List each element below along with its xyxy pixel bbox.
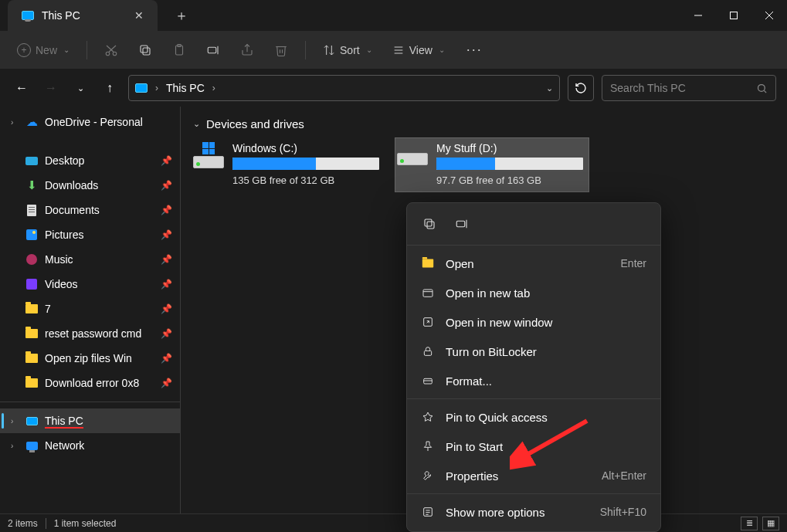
tab-close-button[interactable]: ✕ bbox=[134, 9, 144, 22]
ctx-bitlocker[interactable]: Turn on BitLocker bbox=[407, 337, 660, 366]
drive-d[interactable]: My Stuff (D:) 97.7 GB free of 163 GB bbox=[395, 138, 589, 191]
details-view-button[interactable]: ≣ bbox=[741, 517, 758, 530]
sidebar-item-label: Desktop bbox=[45, 154, 84, 167]
ctx-copy-button[interactable] bbox=[418, 212, 441, 236]
separator bbox=[407, 245, 660, 246]
copy-button[interactable] bbox=[131, 39, 160, 62]
menu-item-label: Turn on BitLocker bbox=[446, 345, 537, 358]
chevron-down-icon: ⌄ bbox=[366, 46, 372, 54]
sort-label: Sort bbox=[340, 44, 360, 56]
breadcrumb[interactable]: This PC bbox=[166, 82, 205, 94]
chevron-down-icon: ⌄ bbox=[63, 46, 70, 54]
more-icon bbox=[421, 505, 435, 519]
format-icon bbox=[421, 374, 435, 388]
lock-icon bbox=[421, 344, 435, 358]
sidebar-folder-7[interactable]: › 7 📌 bbox=[0, 296, 180, 321]
pin-icon: 📌 bbox=[161, 303, 172, 314]
sidebar-folder-open-zip[interactable]: › Open zip files Win 📌 bbox=[0, 346, 180, 371]
maximize-button[interactable] bbox=[716, 0, 751, 31]
ctx-open-new-tab[interactable]: Open in new tab bbox=[407, 278, 660, 307]
drive-free-text: 97.7 GB free of 163 GB bbox=[436, 175, 583, 186]
tab-title: This PC bbox=[42, 9, 80, 22]
svg-point-21 bbox=[758, 84, 765, 91]
forward-button[interactable]: → bbox=[40, 77, 62, 99]
close-window-button[interactable] bbox=[751, 0, 787, 31]
sidebar-documents[interactable]: › Documents 📌 bbox=[0, 198, 180, 222]
sidebar-folder-reset-password[interactable]: › reset password cmd 📌 bbox=[0, 321, 180, 346]
address-history-dropdown[interactable]: ⌄ bbox=[546, 83, 553, 93]
section-devices-and-drives[interactable]: ⌄ Devices and drives bbox=[193, 117, 776, 130]
ctx-open-new-window[interactable]: Open in new window bbox=[407, 307, 660, 337]
sidebar-item-label: Open zip files Win bbox=[45, 352, 132, 364]
desktop-icon bbox=[25, 157, 38, 165]
this-pc-icon bbox=[26, 417, 38, 425]
new-tab-button[interactable]: ＋ bbox=[167, 3, 196, 28]
menu-item-label: Open bbox=[446, 257, 474, 270]
sidebar-folder-download-error[interactable]: › Download error 0x8 📌 bbox=[0, 371, 180, 395]
paste-button[interactable] bbox=[165, 39, 194, 62]
minimize-button[interactable] bbox=[680, 0, 716, 31]
this-pc-icon bbox=[135, 83, 148, 93]
more-button[interactable]: ··· bbox=[457, 37, 492, 63]
menu-item-label: Pin to Start bbox=[446, 440, 503, 453]
ctx-format[interactable]: Format... bbox=[407, 366, 660, 395]
rename-button[interactable] bbox=[198, 39, 228, 62]
expand-icon[interactable]: › bbox=[11, 442, 19, 450]
ctx-properties[interactable]: Properties Alt+Enter bbox=[407, 461, 660, 490]
usage-bar bbox=[232, 158, 379, 170]
sidebar-this-pc[interactable]: › This PC bbox=[0, 408, 180, 433]
ctx-pin-quick-access[interactable]: Pin to Quick access bbox=[407, 402, 660, 432]
expand-icon[interactable]: › bbox=[11, 417, 19, 425]
delete-button[interactable] bbox=[266, 39, 296, 62]
view-button[interactable]: View ⌄ bbox=[385, 39, 453, 61]
ctx-open[interactable]: Open Enter bbox=[407, 249, 660, 278]
refresh-button[interactable] bbox=[568, 75, 594, 101]
window-icon bbox=[421, 315, 435, 329]
sidebar-pictures[interactable]: › Pictures 📌 bbox=[0, 222, 180, 247]
cut-button[interactable] bbox=[97, 39, 126, 62]
menu-item-label: Open in new window bbox=[446, 316, 552, 329]
address-bar[interactable]: › This PC › ⌄ bbox=[128, 75, 560, 101]
context-menu: Open Enter Open in new tab Open in new w… bbox=[406, 202, 661, 532]
music-icon bbox=[26, 254, 37, 265]
sidebar-music[interactable]: › Music 📌 bbox=[0, 247, 180, 272]
plus-icon: + bbox=[17, 43, 31, 57]
windows-logo-icon bbox=[202, 142, 215, 154]
expand-icon[interactable]: › bbox=[11, 118, 19, 127]
breadcrumb-separator: › bbox=[212, 83, 215, 93]
drive-c[interactable]: Windows (C:) 135 GB free of 312 GB bbox=[192, 138, 385, 191]
search-box[interactable] bbox=[602, 75, 776, 101]
sidebar-downloads[interactable]: ›⬇ Downloads 📌 bbox=[0, 173, 180, 198]
svg-rect-9 bbox=[141, 46, 148, 53]
svg-rect-1 bbox=[731, 12, 738, 19]
recent-dropdown[interactable]: ⌄ bbox=[70, 77, 91, 99]
ctx-pin-start[interactable]: Pin to Start bbox=[407, 432, 660, 461]
folder-icon bbox=[25, 304, 38, 313]
sidebar-desktop[interactable]: › Desktop 📌 bbox=[0, 148, 180, 173]
pin-icon: 📌 bbox=[161, 155, 172, 166]
sort-button[interactable]: Sort ⌄ bbox=[315, 39, 380, 61]
sidebar-item-label: Documents bbox=[45, 204, 100, 216]
drive-label: Windows (C:) bbox=[232, 142, 379, 154]
sidebar-onedrive[interactable]: › ☁ OneDrive - Personal bbox=[0, 110, 180, 134]
back-button[interactable]: ← bbox=[11, 77, 32, 99]
pictures-icon bbox=[26, 229, 37, 240]
sidebar-network[interactable]: › Network bbox=[0, 433, 180, 458]
ctx-show-more-options[interactable]: Show more options Shift+F10 bbox=[407, 497, 660, 527]
ctx-rename-button[interactable] bbox=[450, 212, 473, 236]
tab-icon bbox=[421, 286, 435, 300]
menu-item-shortcut: Alt+Enter bbox=[602, 469, 646, 482]
up-button[interactable]: ↑ bbox=[99, 77, 120, 99]
status-item-count: 2 items bbox=[8, 518, 38, 529]
tiles-view-button[interactable]: ▦ bbox=[762, 517, 779, 530]
sidebar-videos[interactable]: › Videos 📌 bbox=[0, 272, 180, 296]
separator bbox=[87, 41, 87, 59]
window-tab[interactable]: This PC ✕ bbox=[8, 0, 158, 31]
svg-rect-24 bbox=[425, 219, 432, 226]
pin-icon bbox=[421, 410, 435, 424]
pin-icon: 📌 bbox=[161, 180, 172, 191]
pin-icon: 📌 bbox=[161, 229, 172, 240]
share-button[interactable] bbox=[232, 39, 262, 62]
search-input[interactable] bbox=[610, 82, 750, 94]
new-button[interactable]: + New ⌄ bbox=[9, 39, 77, 62]
